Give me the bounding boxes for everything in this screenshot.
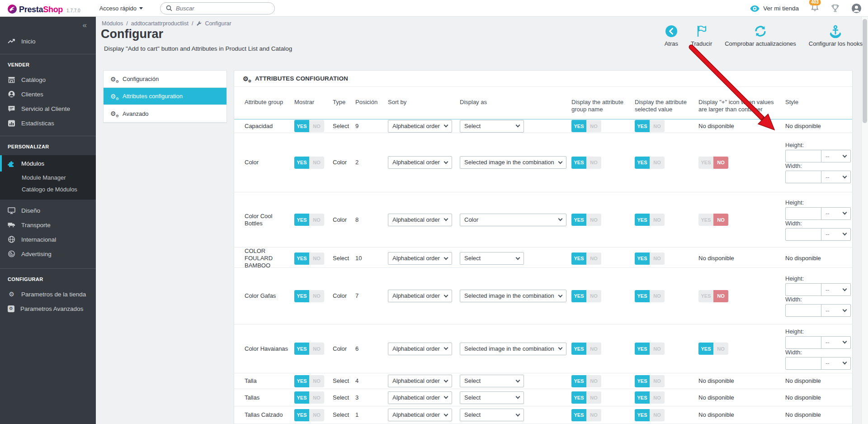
display-group-name-toggle[interactable]: YESNO xyxy=(571,391,601,404)
account-avatar[interactable] xyxy=(851,3,862,14)
plus-icon-toggle[interactable]: YESNO xyxy=(698,290,728,302)
sidebar-item-catalogo[interactable]: Catálogo xyxy=(0,72,96,87)
show-attribute-toggle[interactable]: YESNO xyxy=(294,252,324,265)
show-attribute-toggle[interactable]: YESNO xyxy=(294,409,324,421)
plus-icon-toggle[interactable]: YESNO xyxy=(698,157,728,169)
display-group-name-toggle[interactable]: YESNO xyxy=(571,120,601,132)
show-attribute-toggle[interactable]: YESNO xyxy=(294,290,324,302)
toggle-no-label: NO xyxy=(713,214,728,226)
sidebar-subitem-catalogo-modulos[interactable]: Catálogo de Módulos xyxy=(0,183,96,195)
display-as-select[interactable]: Selected image in the combination xyxy=(460,343,566,355)
tab-configuracion[interactable]: Configuración xyxy=(104,71,226,88)
display-selected-value-toggle[interactable]: YESNO xyxy=(635,214,665,226)
sidebar-item-servicio[interactable]: Servicio al Cliente xyxy=(0,101,96,116)
width-value-input[interactable] xyxy=(785,171,821,183)
show-attribute-toggle[interactable]: YESNO xyxy=(294,343,324,355)
display-as-select[interactable]: Select xyxy=(460,409,524,421)
display-selected-value-toggle[interactable]: YESNO xyxy=(635,157,665,169)
height-value-input[interactable] xyxy=(785,150,821,162)
sort-by-select[interactable]: Alphabetical order xyxy=(388,409,452,421)
sidebar-item-parametros-tienda[interactable]: ⚙ Parametros de la tienda xyxy=(0,287,96,301)
display-selected-value-toggle[interactable]: YESNO xyxy=(635,409,665,421)
sort-by-select[interactable]: Alphabetical order xyxy=(388,252,452,265)
sort-by-select[interactable]: Alphabetical order xyxy=(388,391,452,404)
sidebar-item-estadisticas[interactable]: Estadísticas xyxy=(0,116,96,130)
sidebar-item-modulos[interactable]: Módulos xyxy=(0,155,96,172)
display-selected-value-toggle[interactable]: YESNO xyxy=(635,375,665,387)
display-group-name-toggle[interactable]: YESNO xyxy=(571,290,601,302)
height-unit-select[interactable]: -- xyxy=(821,336,851,349)
sidebar-item-parametros-avanzados[interactable]: ⚙ Parametros Avanzados xyxy=(0,301,96,316)
sidebar-subitem-module-manager[interactable]: Module Manager xyxy=(0,172,96,183)
sort-by-select[interactable]: Alphabetical order xyxy=(388,375,452,387)
height-unit-select[interactable]: -- xyxy=(821,207,851,220)
display-group-name-toggle[interactable]: YESNO xyxy=(571,409,601,421)
sidebar-item-transporte[interactable]: Transporte xyxy=(0,218,96,232)
sidebar-item-diseno[interactable]: Diseño xyxy=(0,203,96,218)
view-my-shop-link[interactable]: Ver mi tienda xyxy=(750,5,799,12)
plus-icon-toggle[interactable]: YESNO xyxy=(698,214,728,226)
sort-by-select[interactable]: Alphabetical order xyxy=(388,120,452,133)
sort-by-select[interactable]: Alphabetical order xyxy=(388,214,452,226)
display-selected-value-toggle[interactable]: YESNO xyxy=(635,343,665,355)
tab-avanzado[interactable]: Avanzado xyxy=(104,105,226,122)
show-attribute-toggle[interactable]: YESNO xyxy=(294,120,324,132)
sidebar-item-inicio[interactable]: Inicio xyxy=(0,34,96,48)
width-value-input[interactable] xyxy=(785,357,821,370)
height-unit-select[interactable]: -- xyxy=(821,283,851,296)
tab-attributes-configuration[interactable]: Attributes configuration xyxy=(104,88,226,105)
height-value-input[interactable] xyxy=(785,336,821,349)
display-as-select[interactable]: Select xyxy=(460,391,524,404)
display-as-select[interactable]: Select xyxy=(460,375,524,387)
display-group-name-toggle[interactable]: YESNO xyxy=(571,214,601,226)
display-as-select[interactable]: Select xyxy=(460,252,524,265)
translate-button[interactable]: Traducir xyxy=(691,24,712,47)
display-as-select[interactable]: Select xyxy=(460,120,524,133)
display-selected-value-toggle[interactable]: YESNO xyxy=(635,290,665,302)
display-selected-value-toggle[interactable]: YESNO xyxy=(635,120,665,132)
display-as-select[interactable]: Color xyxy=(460,214,566,226)
width-unit-select[interactable]: -- xyxy=(821,357,851,370)
global-search[interactable] xyxy=(160,2,275,14)
sort-by-select[interactable]: Alphabetical order xyxy=(388,290,452,302)
plus-icon-toggle[interactable]: YESNO xyxy=(698,343,728,355)
check-updates-button[interactable]: Comprobar actualizaciones xyxy=(725,24,796,47)
width-value-input[interactable] xyxy=(785,304,821,317)
show-attribute-toggle[interactable]: YESNO xyxy=(294,214,324,226)
sort-by-select[interactable]: Alphabetical order xyxy=(388,343,452,355)
display-as-select[interactable]: Selected image in the combination xyxy=(460,290,566,302)
back-button[interactable]: Atras xyxy=(665,24,678,47)
prestashop-logo[interactable]: PrestaShop 1.7.7.0 xyxy=(7,2,80,14)
display-group-name-toggle[interactable]: YESNO xyxy=(571,252,601,265)
sidebar-item-internacional[interactable]: Internacional xyxy=(0,232,96,247)
sort-by-select[interactable]: Alphabetical order xyxy=(388,156,452,169)
height-value-input[interactable] xyxy=(785,207,821,220)
sidebar-collapse-button[interactable]: « xyxy=(0,17,96,34)
search-input[interactable] xyxy=(176,5,257,12)
breadcrumb-modulos[interactable]: Módulos xyxy=(102,20,123,27)
height-unit-select[interactable]: -- xyxy=(821,150,851,162)
breadcrumb-module[interactable]: addtocartattrproductlist xyxy=(131,20,189,27)
sidebar-item-advertising[interactable]: Advertising xyxy=(0,247,96,261)
display-group-name-toggle[interactable]: YESNO xyxy=(571,343,601,355)
sidebar-item-clientes[interactable]: Clientes xyxy=(0,87,96,101)
configure-hooks-button[interactable]: Configurar los hooks xyxy=(809,24,863,47)
width-value-input[interactable] xyxy=(785,228,821,241)
width-unit-select[interactable]: -- xyxy=(821,171,851,183)
show-attribute-toggle[interactable]: YESNO xyxy=(294,391,324,404)
trophy-icon[interactable] xyxy=(831,4,840,13)
notifications-button[interactable]: 403 xyxy=(811,3,819,14)
display-group-name-toggle[interactable]: YESNO xyxy=(571,375,601,387)
scrollbar-thumb[interactable] xyxy=(863,19,867,123)
display-group-name-toggle[interactable]: YESNO xyxy=(571,157,601,169)
display-selected-value-toggle[interactable]: YESNO xyxy=(635,391,665,404)
width-unit-select[interactable]: -- xyxy=(821,304,851,317)
width-unit-select[interactable]: -- xyxy=(821,228,851,241)
display-selected-value-toggle[interactable]: YESNO xyxy=(635,252,665,265)
height-value-input[interactable] xyxy=(785,283,821,296)
show-attribute-toggle[interactable]: YESNO xyxy=(294,157,324,169)
show-attribute-toggle[interactable]: YESNO xyxy=(294,375,324,387)
quick-access-dropdown[interactable]: Acceso rápido xyxy=(99,5,143,12)
display-as-select[interactable]: Selected image in the combination xyxy=(460,156,566,169)
page-scrollbar[interactable] xyxy=(861,17,868,424)
